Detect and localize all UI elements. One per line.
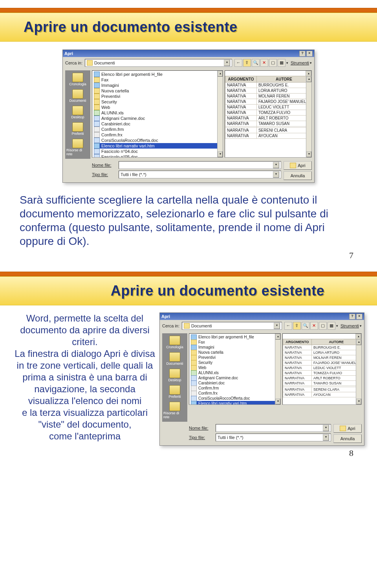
search-icon[interactable]: 🔍 (252, 59, 260, 67)
filename-input[interactable]: ▾ (216, 424, 331, 432)
views-icon[interactable]: ▦ (278, 59, 285, 67)
dropdown-icon[interactable]: ▾ (323, 425, 329, 431)
file-row[interactable]: Web (94, 105, 217, 110)
file-row[interactable]: ALUNNI.xls (191, 370, 275, 375)
file-row[interactable]: Web (191, 365, 275, 370)
lookin-combo[interactable]: Documenti ▾ (182, 322, 282, 330)
scrollbar[interactable]: ▴ ▾ (356, 339, 361, 404)
up-icon[interactable]: ⇧ (243, 59, 251, 67)
file-row[interactable]: Confirm.frx (94, 132, 217, 138)
lookin-combo[interactable]: Documenti ▾ (85, 59, 232, 67)
file-row[interactable]: Carabinieri.doc (191, 380, 275, 386)
close-button[interactable]: × (356, 314, 362, 320)
preview-header[interactable]: AUTORE (256, 76, 311, 83)
preview-header[interactable]: ARGOMENTO (283, 339, 312, 345)
file-row[interactable]: Elenco libri per argomenti H_file (191, 334, 275, 340)
file-list[interactable]: Elenco libri per argomenti H_file Fax Im… (92, 70, 223, 158)
help-button[interactable]: ? (299, 51, 306, 57)
dropdown-icon[interactable]: ▾ (273, 171, 279, 178)
back-icon[interactable]: ← (284, 322, 292, 330)
file-list[interactable]: Elenco libri per argomenti H_file Fax Im… (189, 333, 281, 405)
open-button[interactable]: Apri (284, 161, 312, 170)
places-item[interactable]: Documenti (66, 88, 89, 104)
scrollbar[interactable]: ▴ ▾ (275, 334, 280, 404)
file-row[interactable]: CorsiScuolaRoccoOfferta.doc (94, 138, 217, 143)
newfolder-icon[interactable]: ▢ (319, 322, 327, 330)
places-item[interactable]: Cronologia (163, 335, 186, 350)
file-row[interactable]: Immagini (94, 83, 217, 88)
cancel-button[interactable]: Annulla (284, 171, 312, 180)
file-row[interactable]: Preventivi (94, 94, 217, 99)
scroll-up-icon[interactable]: ▴ (356, 339, 361, 345)
filename-input[interactable]: ▾ (119, 161, 281, 169)
dropdown-icon[interactable]: ▾ (286, 61, 288, 65)
file-row[interactable]: Fascicolo n°04.doc (94, 149, 217, 154)
places-item[interactable]: Desktop (163, 368, 186, 383)
open-button[interactable]: Apri (333, 424, 362, 433)
scrollbar[interactable]: ▴ ▾ (306, 76, 311, 157)
file-row[interactable]: Elenco libri narrativ vari.htm (94, 143, 217, 149)
filetype-combo[interactable]: Tutti i file (*.*) ▾ (119, 171, 281, 178)
places-item[interactable]: Preferiti (163, 384, 186, 400)
search-icon[interactable]: 🔍 (302, 322, 309, 330)
places-item[interactable]: Cronologia (66, 72, 89, 87)
file-row[interactable]: Carabinieri.doc (94, 121, 217, 127)
file-row[interactable]: CorsiScuolaRoccoOfferta.doc (191, 396, 275, 401)
file-row[interactable]: Nuova cartella (191, 350, 275, 355)
delete-icon[interactable]: ✕ (260, 59, 268, 67)
dropdown-icon[interactable]: ▾ (323, 434, 329, 441)
slide-header: Aprire un documento esistente (0, 272, 377, 305)
file-row[interactable]: Antignani Carmine.doc (94, 116, 217, 121)
tools-menu[interactable]: Strumenti (340, 323, 359, 328)
scroll-up-icon[interactable]: ▴ (275, 334, 280, 340)
file-row[interactable]: Confirm.frm (191, 386, 275, 391)
dropdown-icon[interactable]: ▾ (273, 162, 279, 168)
preview-header[interactable]: ARGOMENTO (225, 76, 257, 83)
scroll-up-icon[interactable]: ▴ (218, 71, 223, 77)
scrollbar[interactable]: ▴ ▾ (217, 71, 223, 157)
filetype-combo[interactable]: Tutti i file (*.*) ▾ (216, 434, 331, 441)
file-row[interactable]: Fax (94, 77, 217, 83)
delete-icon[interactable]: ✕ (310, 322, 318, 330)
help-button[interactable]: ? (349, 314, 355, 320)
file-row[interactable]: Elenco libri per argomenti H_file (94, 72, 217, 77)
dropdown-icon[interactable]: ▾ (336, 324, 338, 328)
file-icon (191, 386, 197, 391)
file-row[interactable]: Immagini (191, 345, 275, 350)
close-button[interactable]: × (306, 51, 313, 57)
places-item[interactable]: Risorse di rete (163, 401, 186, 420)
places-item[interactable]: Risorse di rete (66, 138, 89, 157)
views-icon[interactable]: ▦ (328, 322, 335, 330)
dropdown-icon[interactable]: ▾ (360, 324, 362, 328)
scroll-up-icon[interactable]: ▴ (306, 76, 311, 82)
preview-cell: TAMARO SUSAN (256, 121, 311, 127)
file-row[interactable]: Elenco libri narrativ vari.htm (191, 401, 275, 404)
dropdown-icon[interactable]: ▾ (274, 323, 280, 329)
file-row[interactable]: Fax (191, 340, 275, 345)
file-icon (94, 127, 100, 132)
scroll-down-icon[interactable]: ▾ (306, 151, 311, 157)
tools-menu[interactable]: Strumenti (291, 61, 309, 65)
up-icon[interactable]: ⇧ (293, 322, 301, 330)
file-row[interactable]: ALUNNI.xls (94, 110, 217, 116)
scroll-down-icon[interactable]: ▾ (275, 399, 280, 404)
places-item[interactable]: Documenti (163, 351, 186, 367)
places-item[interactable]: Desktop (66, 105, 89, 120)
preview-header[interactable]: AUTORE (311, 339, 361, 345)
file-row[interactable]: Nuova cartella (94, 88, 217, 94)
scroll-down-icon[interactable]: ▾ (218, 151, 223, 157)
file-row[interactable]: Preventivi (191, 355, 275, 360)
file-row[interactable]: Fascicolo n°05.doc (94, 154, 217, 157)
file-row[interactable]: Security (94, 99, 217, 105)
dropdown-icon[interactable]: ▾ (224, 60, 230, 66)
file-row[interactable]: Antignani Carmine.doc (191, 375, 275, 380)
dropdown-icon[interactable]: ▾ (310, 61, 312, 65)
file-row[interactable]: Confirm.frm (94, 127, 217, 132)
cancel-button[interactable]: Annulla (333, 434, 362, 443)
back-icon[interactable]: ← (234, 59, 242, 67)
scroll-down-icon[interactable]: ▾ (356, 399, 361, 404)
places-item[interactable]: Preferiti (66, 121, 89, 137)
file-row[interactable]: Security (191, 360, 275, 365)
newfolder-icon[interactable]: ▢ (269, 59, 277, 67)
file-row[interactable]: Confirm.frx (191, 391, 275, 396)
